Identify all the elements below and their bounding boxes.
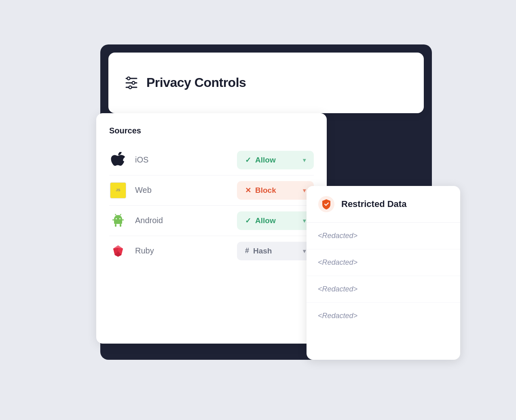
x-icon: ✕	[245, 186, 251, 195]
hash-icon: #	[245, 247, 249, 255]
ruby-label: Ruby	[135, 246, 237, 255]
sources-title: Sources	[109, 126, 314, 135]
redacted-item-4: <Redacted>	[307, 303, 460, 329]
restricted-header: Restricted Data	[307, 186, 460, 223]
android-icon	[109, 212, 127, 230]
sliders-icon	[123, 74, 140, 91]
check-icon: ✓	[245, 156, 251, 165]
redacted-item-2: <Redacted>	[307, 249, 460, 276]
source-row-web: JS Web ✕ Block ▾	[109, 175, 314, 206]
svg-point-3	[127, 77, 130, 80]
svg-rect-11	[120, 224, 121, 227]
android-label: Android	[135, 216, 237, 225]
source-row-ios: iOS ✓ Allow ▾	[109, 145, 314, 175]
ruby-badge-content: # Hash	[245, 247, 272, 255]
svg-rect-10	[115, 224, 116, 227]
chevron-down-icon: ▾	[303, 248, 306, 254]
android-badge-content: ✓ Allow	[245, 216, 276, 225]
redacted-item-1: <Redacted>	[307, 223, 460, 249]
source-row-ruby: Ruby # Hash ▾	[109, 236, 314, 266]
ios-status-label: Allow	[255, 156, 276, 165]
shield-icon	[318, 196, 335, 213]
ruby-status-badge[interactable]: # Hash ▾	[237, 242, 314, 260]
apple-icon	[109, 151, 127, 169]
js-icon: JS	[109, 182, 127, 199]
android-status-label: Allow	[255, 216, 276, 225]
check-icon: ✓	[245, 216, 251, 225]
web-badge-content: ✕ Block	[245, 186, 276, 195]
source-row-android: Android ✓ Allow ▾	[109, 206, 314, 236]
ruby-icon	[109, 242, 127, 260]
svg-point-7	[119, 218, 121, 219]
ios-badge-content: ✓ Allow	[245, 156, 276, 165]
redacted-item-3: <Redacted>	[307, 276, 460, 303]
restricted-title: Restricted Data	[341, 199, 406, 209]
restricted-data-card: Restricted Data <Redacted> <Redacted> <R…	[307, 186, 460, 360]
js-logo: JS	[110, 182, 126, 198]
page-title: Privacy Controls	[146, 75, 246, 90]
svg-point-4	[132, 81, 135, 84]
chevron-down-icon: ▾	[303, 157, 306, 163]
chevron-down-icon: ▾	[303, 217, 306, 224]
sources-card: Sources iOS ✓ Allow ▾ JS	[96, 113, 327, 344]
svg-point-5	[129, 86, 132, 89]
ruby-status-label: Hash	[253, 247, 272, 255]
ios-status-badge[interactable]: ✓ Allow ▾	[237, 151, 314, 169]
chevron-down-icon: ▾	[303, 187, 306, 194]
web-status-badge[interactable]: ✕ Block ▾	[237, 181, 314, 200]
scene: Privacy Controls Sources iOS ✓ Allow ▾	[76, 44, 440, 376]
header-card: Privacy Controls	[108, 53, 424, 113]
android-status-badge[interactable]: ✓ Allow ▾	[237, 211, 314, 230]
svg-point-6	[116, 218, 117, 219]
web-label: Web	[135, 186, 237, 195]
web-status-label: Block	[255, 186, 276, 195]
ios-label: iOS	[135, 155, 237, 165]
